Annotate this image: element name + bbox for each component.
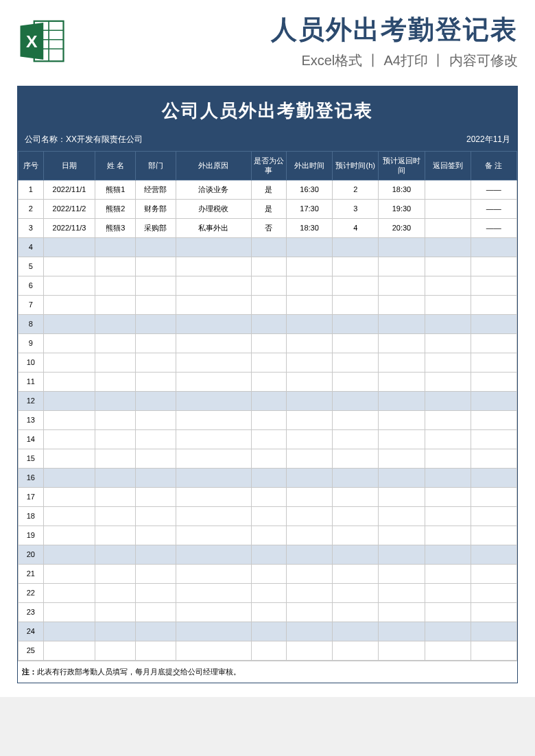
cell-note (471, 545, 516, 564)
cell-seq: 24 (19, 622, 44, 641)
cell-sign (425, 468, 471, 487)
cell-est (333, 429, 379, 449)
cell-note (471, 641, 516, 660)
cell-seq: 20 (19, 545, 44, 564)
cell-est: 2 (333, 180, 379, 199)
cell-est (333, 583, 379, 602)
cell-out (286, 622, 332, 641)
cell-dept (136, 506, 176, 525)
cell-ret (379, 487, 425, 506)
cell-note (471, 295, 516, 314)
cell-dept (136, 314, 176, 333)
cell-sign (425, 237, 471, 257)
cell-reason (176, 525, 251, 545)
cell-name (95, 602, 136, 622)
table-row: 20 (19, 545, 517, 564)
cell-dept (136, 410, 176, 429)
cell-date (43, 353, 95, 372)
cell-out (286, 525, 332, 545)
cell-biz: 是 (251, 180, 286, 199)
cell-name (95, 525, 136, 545)
cell-note (471, 622, 516, 641)
cell-sign (425, 199, 471, 218)
cell-seq: 9 (19, 333, 44, 353)
cell-seq: 22 (19, 583, 44, 602)
table-row: 4 (19, 237, 517, 257)
cell-name (95, 506, 136, 525)
cell-reason (176, 257, 251, 276)
cell-sign (425, 641, 471, 660)
cell-reason (176, 314, 251, 333)
cell-biz (251, 583, 286, 602)
cell-out (286, 391, 332, 410)
cell-ret: 19:30 (379, 199, 425, 218)
cell-note (471, 525, 516, 545)
cell-ret (379, 506, 425, 525)
table-row: 32022/11/3熊猫3采购部私事外出否18:30420:30—— (19, 218, 517, 237)
cell-biz (251, 372, 286, 391)
cell-name (95, 583, 136, 602)
excel-icon: X (17, 16, 67, 66)
cell-name (95, 333, 136, 353)
cell-seq: 17 (19, 487, 44, 506)
cell-est (333, 622, 379, 641)
cell-est (333, 468, 379, 487)
cell-sign (425, 429, 471, 449)
cell-date (43, 410, 95, 429)
cell-out (286, 333, 332, 353)
cell-name (95, 622, 136, 641)
cell-ret (379, 468, 425, 487)
cell-name (95, 487, 136, 506)
cell-dept (136, 545, 176, 564)
cell-name: 熊猫2 (95, 199, 136, 218)
cell-note (471, 257, 516, 276)
cell-seq: 25 (19, 641, 44, 660)
cell-reason (176, 276, 251, 295)
cell-name (95, 295, 136, 314)
cell-biz (251, 391, 286, 410)
cell-date (43, 602, 95, 622)
cell-reason (176, 237, 251, 257)
cell-reason (176, 391, 251, 410)
cell-est (333, 641, 379, 660)
cell-seq: 5 (19, 257, 44, 276)
cell-ret (379, 525, 425, 545)
cell-reason (176, 602, 251, 622)
cell-name (95, 564, 136, 583)
cell-sign (425, 218, 471, 237)
cell-dept: 财务部 (136, 199, 176, 218)
cell-ret (379, 314, 425, 333)
table-body: 12022/11/1熊猫1经营部洽谈业务是16:30218:30——22022/… (19, 180, 517, 660)
cell-sign (425, 353, 471, 372)
cell-ret: 20:30 (379, 218, 425, 237)
cell-est (333, 602, 379, 622)
cell-sign (425, 276, 471, 295)
cell-note (471, 487, 516, 506)
cell-ret (379, 333, 425, 353)
cell-reason (176, 449, 251, 468)
table-row: 25 (19, 641, 517, 660)
cell-out (286, 506, 332, 525)
cell-dept (136, 429, 176, 449)
cell-seq: 14 (19, 429, 44, 449)
cell-reason (176, 372, 251, 391)
table-row: 22 (19, 583, 517, 602)
cell-ret (379, 237, 425, 257)
col-header-dept: 部门 (136, 152, 176, 180)
cell-name (95, 314, 136, 333)
col-header-out: 外出时间 (286, 152, 332, 180)
cell-biz (251, 449, 286, 468)
cell-sign (425, 583, 471, 602)
cell-note (471, 506, 516, 525)
cell-reason (176, 545, 251, 564)
cell-seq: 15 (19, 449, 44, 468)
table-row: 5 (19, 257, 517, 276)
cell-name (95, 468, 136, 487)
cell-out (286, 429, 332, 449)
cell-ret (379, 449, 425, 468)
table-row: 12 (19, 391, 517, 410)
cell-sign (425, 333, 471, 353)
page-subtitle: Excel格式 丨 A4打印 丨 内容可修改 (77, 51, 518, 70)
footer-note: 注：此表有行政部考勤人员填写，每月月底提交给公司经理审核。 (18, 661, 517, 683)
cell-out (286, 410, 332, 429)
